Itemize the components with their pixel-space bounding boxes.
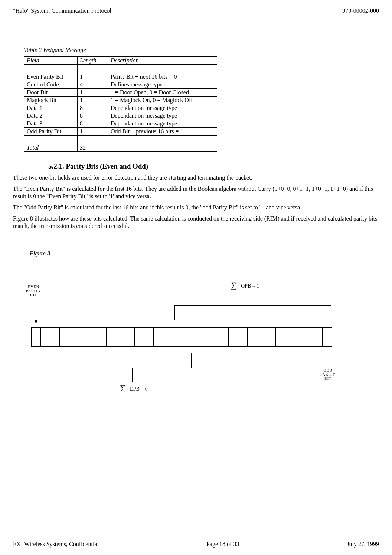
bit-cell [257, 327, 266, 347]
header-title: "Halo" System: Communication Protocol [13, 7, 111, 14]
bit-cell [78, 327, 88, 347]
bit-cell [125, 327, 135, 347]
bit-cell [238, 327, 248, 347]
bit-cell [294, 327, 304, 347]
bit-cell [275, 327, 285, 347]
arrow-down-icon [36, 300, 36, 324]
bit-cell [200, 327, 210, 347]
footer-left: EXI Wireless Systems, Confidential [13, 541, 99, 548]
table-row: Odd Parity Bit1Odd Bit + previous 16 bit… [24, 128, 217, 136]
footer-right: July 27, 1999 [347, 541, 379, 548]
col-description: Description [108, 57, 217, 65]
even-parity-label: EVEN PARITY BIT [26, 285, 41, 297]
bit-cell [285, 327, 294, 347]
footer-center: Page 18 of 33 [206, 541, 239, 548]
table-total-row: Total 32 [24, 144, 217, 152]
table-row: Door Bit11 = Door Open, 0 = Door Closed [24, 89, 217, 97]
even-parity-bracket [35, 353, 192, 368]
bit-cell [210, 327, 219, 347]
col-length: Length [78, 57, 108, 65]
bit-cell [97, 327, 107, 347]
bit-cell [322, 327, 332, 347]
col-field: Field [24, 57, 78, 65]
bit-cell [304, 327, 313, 347]
bit-cell [153, 327, 163, 347]
bit-cell [134, 327, 144, 347]
paragraph: The "Even Parity Bit" is calculated for … [13, 185, 379, 200]
bit-cell [182, 327, 191, 347]
paragraph: Figure 8 illustrates how are these bits … [13, 215, 379, 230]
table-row: Control Code4Defines message type [24, 81, 217, 89]
table-row [24, 136, 217, 144]
table-row: Data 38Dependant on message type [24, 120, 217, 128]
table-row: Data 28Dependant on message type [24, 112, 217, 120]
page-footer: EXI Wireless Systems, Confidential Page … [13, 540, 379, 548]
page-header: "Halo" System: Communication Protocol 97… [13, 7, 379, 15]
bit-cell [31, 327, 41, 347]
table-caption: Table 2 Weigand Message [24, 47, 379, 53]
weigand-message-table: Field Length Description Even Parity Bit… [24, 56, 217, 152]
bit-cell [40, 327, 50, 347]
bit-cell [219, 327, 229, 347]
paragraph: These two one-bit fields are used for er… [13, 174, 379, 182]
bit-cell [266, 327, 275, 347]
bit-cell [313, 327, 323, 347]
table-header-row: Field Length Description [24, 57, 217, 65]
table-row: Maglock Bit11 = Maglock On, 0 = Maglock … [24, 97, 217, 104]
bit-cell [69, 327, 78, 347]
figure-caption: Figure 8 [30, 250, 379, 257]
bit-cell [228, 327, 238, 347]
bit-cell [247, 327, 257, 347]
section-heading: 5.2.1. Parity Bits (Even and Odd) [48, 162, 379, 170]
bit-cell [106, 327, 116, 347]
bit-cell [172, 327, 182, 347]
bit-cell [191, 327, 200, 347]
odd-parity-label: ODD PARITY BIT [320, 368, 336, 381]
figure-8-diagram: EVEN PARITY BIT ∑+ OPB = 1 ∑+ EPB = 0 OD… [13, 266, 379, 400]
bit-cell [144, 327, 154, 347]
paragraph: The "Odd Parity Bit" is calculated for t… [13, 204, 379, 211]
odd-parity-bracket [174, 305, 331, 320]
header-doc-number: 970-00002-000 [342, 7, 379, 14]
bit-cell [88, 327, 97, 347]
table-row [24, 65, 217, 73]
bit-cell [116, 327, 125, 347]
sum-odd-formula: ∑+ OPB = 1 [231, 280, 259, 290]
bit-cell [59, 327, 69, 347]
bit-cell [163, 327, 172, 347]
bit-row [32, 327, 332, 347]
table-row: Data 18Dependant on message type [24, 104, 217, 112]
bit-cell [50, 327, 60, 347]
sum-even-formula: ∑+ EPB = 0 [120, 383, 148, 393]
table-row: Even Parity Bit1Parity Bit + next 16 bit… [24, 73, 217, 81]
